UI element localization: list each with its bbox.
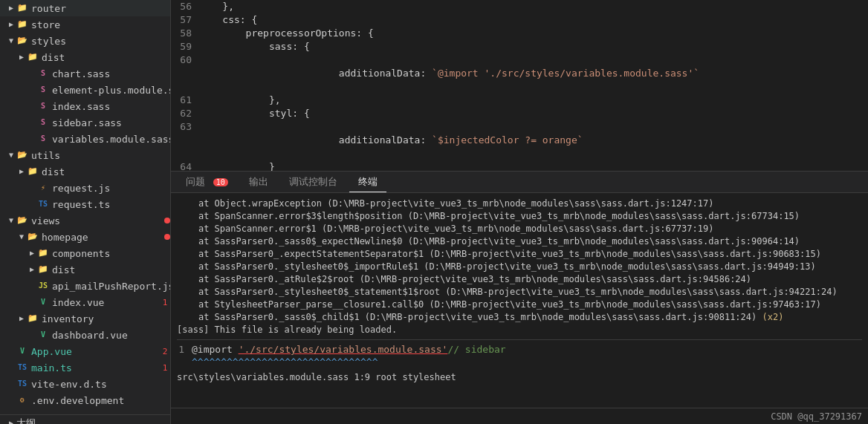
sidebar-item-api-mail[interactable]: JS api_mailPushReport.js [0,278,170,294]
code-line-60: 60 additionalData: `@import './src/style… [171,53,868,94]
line-content: css: { [199,13,868,27]
terminal-line: at SassParser0._sass0$_child$1 (D:\MRB-p… [177,311,862,324]
ts-file-icon: TS [37,198,49,210]
js-file-icon: JS [37,280,49,292]
sidebar-item-label: request.js [52,183,170,194]
error-badge: 2 [160,347,170,356]
sidebar-item-store[interactable]: 📁 store [0,16,170,33]
terminal-output[interactable]: at Object.wrapException (D:\MRB-project\… [171,193,868,408]
line-content: preprocessorOptions: { [199,27,868,40]
sidebar-item-label: vite-env.d.ts [31,379,170,390]
sass-file-icon: S [37,68,49,79]
error-indicator [164,234,170,240]
terminal-line: at StylesheetParser_parse__closure1.call… [177,299,862,311]
sidebar-item-dashboard-vue[interactable]: V dashboard.vue [0,327,170,343]
sidebar-item-index-sass[interactable]: S index.sass [0,98,170,114]
error-badge: 1 [160,363,170,373]
line-content: }, [199,0,868,13]
ts-file-icon: TS [16,362,28,374]
sidebar-item-vite-env[interactable]: TS vite-env.d.ts [0,376,170,392]
sidebar-item-homepage[interactable]: 📂 homepage [0,229,170,245]
sidebar-item-label: chart.sass [52,68,170,79]
line-content: } [199,160,868,171]
sass-file-icon: S [37,133,49,145]
line-content: }, [199,94,868,107]
sidebar-item-router[interactable]: 📁 router [0,0,170,16]
file-explorer: 📁 router 📁 store 📂 styles 📁 dist S chart… [0,0,171,424]
line-content: sass: { [199,40,868,53]
sidebar-item-label: utils [31,150,170,161]
error-badge: 1 [160,298,170,307]
watermark-bar: CSDN @qq_37291367 [171,408,868,424]
sidebar-item-label: dist [42,52,170,63]
error-indicator [164,218,170,224]
line-content: additionalData: `@import './src/styles/v… [199,53,868,94]
sidebar-item-app-vue[interactable]: V App.vue 2 [0,343,170,359]
outline-label: 大纲 [16,417,170,425]
tab-terminal[interactable]: 终端 [349,172,386,192]
sidebar-item-env-dev[interactable]: ⚙ .env.development [0,392,170,408]
sidebar-item-label: dist [52,264,170,275]
sass-file-icon: S [37,117,49,128]
chevron-icon [27,264,37,275]
chevron-icon [16,232,27,242]
sidebar-item-variables-sass[interactable]: S variables.module.sass [0,131,170,147]
sidebar-item-request-js[interactable]: ⚡ request.js [0,180,170,196]
tab-label: 调试控制台 [289,176,337,187]
sidebar-item-inventory[interactable]: 📁 inventory [0,310,170,327]
sidebar-item-main-ts[interactable]: TS main.ts 1 [0,359,170,376]
sidebar-item-label: main.ts [31,362,157,374]
chevron-icon [6,19,16,30]
tab-problems[interactable]: 问题 10 [177,172,237,192]
sidebar-item-element-plus-sass[interactable]: S element-plus.module.sass [0,82,170,98]
line-number: 59 [171,40,199,53]
terminal-line: at SpanScanner.error$1 (D:\MRB-project\v… [177,223,862,235]
folder-icon: 📁 [16,2,28,14]
ts-file-icon: TS [16,378,28,390]
sidebar-item-components[interactable]: 📁 components [0,245,170,261]
tab-label: 输出 [249,176,268,187]
sidebar-item-label: App.vue [31,346,157,357]
sidebar-item-styles[interactable]: 📂 styles [0,33,170,49]
folder-icon: 📁 [27,51,39,63]
sass-file-icon: S [37,84,49,96]
problems-count-badge: 10 [213,178,228,186]
sidebar-item-utils[interactable]: 📂 utils [0,147,170,163]
tab-output[interactable]: 输出 [240,172,277,192]
terminal-line: at SassParser0_.expectStatementSeparator… [177,248,862,261]
line-number: 64 [171,160,199,171]
terminal-line: at SpanScanner.error$3$length$position (… [177,210,862,223]
sidebar-item-sidebar-sass[interactable]: S sidebar.sass [0,114,170,131]
terminal-code-section: 1 @import './src/styles/variables.module… [177,339,862,384]
sidebar-item-views[interactable]: 📂 views [0,212,170,229]
sidebar-item-dist-utils[interactable]: 📁 dist [0,163,170,180]
code-editor[interactable]: 56 }, 57 css: { 58 preprocessorOptions: … [171,0,868,171]
chevron-icon [16,166,27,177]
sidebar-item-index-vue[interactable]: V index.vue 1 [0,294,170,310]
sidebar-item-label: element-plus.module.sass [52,85,171,96]
tab-debug-console[interactable]: 调试控制台 [280,172,346,192]
folder-icon: 📂 [16,149,28,161]
line-number: 62 [171,107,199,120]
sidebar-item-label: store [31,19,170,30]
chevron-icon [27,248,37,258]
line-number: 63 [171,120,199,160]
folder-icon: 📂 [16,215,28,226]
terminal-line: at SassParser0._atRule$2$root (D:\MRB-pr… [177,273,862,286]
watermark-text: CSDN @qq_37291367 [771,411,862,422]
code-line-64: 64 } [171,160,868,171]
sidebar-item-dist-homepage[interactable]: 📁 dist [0,261,170,278]
sidebar-item-chart-sass[interactable]: S chart.sass [0,65,170,82]
folder-icon: 📂 [27,231,39,243]
chevron-icon [16,52,27,62]
code-line-56: 56 }, [171,0,868,13]
line-number: 60 [171,53,199,94]
sidebar-item-request-ts[interactable]: TS request.ts [0,196,170,212]
chevron-icon [6,215,16,226]
line-number: 57 [171,13,199,27]
sidebar-item-dist-styles[interactable]: 📁 dist [0,49,170,65]
terminal-line: at Object.wrapException (D:\MRB-project\… [177,198,862,210]
folder-icon: 📁 [27,313,39,324]
folder-icon: 📁 [37,247,49,259]
sidebar-outline-item[interactable]: 大纲 [0,414,170,424]
